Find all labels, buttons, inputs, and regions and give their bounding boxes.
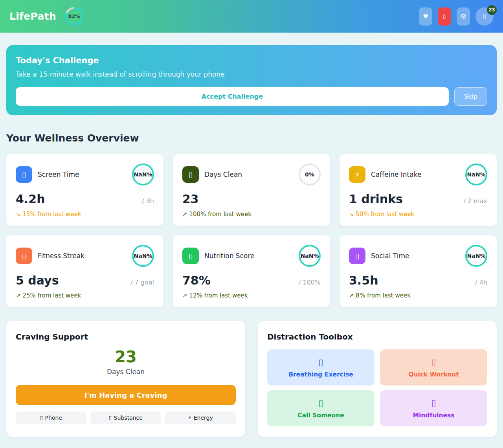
metric-progress-ring: 0% (299, 163, 321, 185)
metric-trend: ↗ 100% from last week (182, 211, 321, 218)
favorites-button[interactable]: ♥ (419, 7, 432, 26)
phone-icon: ▯ (40, 415, 43, 420)
metric-trend: ↗ 25% from last week (16, 292, 154, 299)
challenge-description: Take a 15-minute walk instead of scrolli… (16, 70, 487, 78)
alert-icon: ▯ (443, 13, 446, 19)
daily-progress-ring: 82% (65, 7, 83, 26)
screen-time-icon: ▯ (16, 166, 32, 183)
gear-icon: ⚙ (460, 12, 466, 20)
metric-progress-ring: NaN% (465, 245, 487, 267)
settings-button[interactable]: ⚙ (457, 7, 470, 26)
metric-title: Nutrition Score (204, 252, 254, 260)
metric-card-caffeine-intake: ⚡ Caffeine Intake NaN% 1 drinks / 2 max … (340, 154, 497, 226)
metric-progress-ring: NaN% (299, 245, 321, 267)
accept-challenge-button[interactable]: Accept Challenge (16, 87, 449, 106)
profile-avatar[interactable]: ▯ 23 (475, 7, 494, 26)
app-header: LifePath 82% ♥ ▯ ⚙ ▯ 23 (0, 0, 503, 33)
metric-trend: ↗ 8% from last week (349, 292, 487, 299)
breathing-exercise-icon: ▯ (318, 357, 323, 367)
challenge-actions: Accept Challenge Skip (16, 87, 487, 106)
metric-card-nutrition-score: ▯ Nutrition Score NaN% 78% / 100% ↗ 12% … (173, 235, 330, 307)
metric-value: 78% (182, 274, 211, 287)
craving-quick-button-phone[interactable]: ▯ Phone (16, 411, 86, 424)
distraction-toolbox-title: Distraction Toolbox (267, 330, 487, 342)
energy-icon: ⚡ (188, 415, 191, 420)
metric-value: 1 drinks (349, 192, 403, 206)
toolbox-tile-call-someone[interactable]: ▯ Call Someone (267, 390, 374, 426)
metric-target: / 3h (142, 197, 154, 205)
header-actions: ♥ ▯ ⚙ ▯ 23 (419, 7, 494, 26)
toolbox-tiles: ▯ Breathing Exercise ▯ Quick Workout ▯ C… (267, 349, 487, 426)
craving-quick-button-energy[interactable]: ⚡ Energy (165, 411, 236, 424)
craving-support-title: Craving Support (16, 330, 236, 342)
fitness-streak-icon: ▯ (16, 248, 32, 264)
toolbox-tile-breathing-exercise[interactable]: ▯ Breathing Exercise (267, 349, 374, 386)
craving-quick-buttons: ▯ Phone ▯ Substance ⚡ Energy (16, 411, 236, 424)
caffeine-intake-icon: ⚡ (349, 166, 365, 183)
main-content: Today's Challenge Take a 15-minute walk … (0, 45, 503, 448)
metric-target: / 7 goal (130, 279, 154, 286)
mindfulness-icon: ▯ (431, 398, 436, 408)
metric-value: 23 (182, 192, 199, 206)
craving-support-panel: Craving Support 23 Days Clean I'm Having… (6, 321, 245, 437)
metric-trend: ↘ 50% from last week (349, 211, 487, 218)
bottom-panels: Craving Support 23 Days Clean I'm Having… (6, 321, 497, 437)
call-someone-icon: ▯ (318, 398, 323, 408)
notification-badge: 23 (487, 5, 497, 15)
skip-challenge-button[interactable]: Skip (454, 87, 487, 106)
substance-icon: ▯ (109, 415, 112, 420)
metric-title: Fitness Streak (38, 252, 84, 260)
metric-target: / 4h (475, 279, 487, 286)
user-icon: ▯ (483, 13, 486, 20)
days-clean-icon: ▯ (182, 166, 199, 183)
having-craving-button[interactable]: I'm Having a Craving (16, 385, 236, 405)
metric-trend: ↘ 15% from last week (16, 211, 154, 218)
metric-value: 4.2h (16, 192, 45, 206)
metric-progress-ring: NaN% (132, 163, 154, 185)
nutrition-score-icon: ▯ (182, 248, 199, 264)
metric-title: Caffeine Intake (371, 171, 421, 178)
distraction-toolbox-panel: Distraction Toolbox ▯ Breathing Exercise… (258, 321, 497, 437)
emergency-button[interactable]: ▯ (438, 7, 451, 26)
todays-challenge-banner: Today's Challenge Take a 15-minute walk … (6, 45, 497, 115)
challenge-title: Today's Challenge (16, 56, 487, 65)
daily-progress-value: 82% (67, 9, 81, 24)
craving-quick-button-substance[interactable]: ▯ Substance (90, 411, 161, 424)
header-left: LifePath 82% (9, 7, 83, 26)
metric-progress-ring: NaN% (465, 163, 487, 185)
metric-title: Screen Time (38, 171, 79, 178)
metric-card-social-time: ▯ Social Time NaN% 3.5h / 4h ↗ 8% from l… (340, 235, 497, 307)
days-clean-label: Days Clean (16, 368, 236, 376)
heart-icon: ♥ (423, 13, 428, 20)
metric-value: 5 days (16, 274, 59, 287)
overview-cards: ▯ Screen Time NaN% 4.2h / 3h ↘ 15% from … (6, 154, 497, 307)
metric-target: / 2 max (463, 197, 487, 205)
metric-card-fitness-streak: ▯ Fitness Streak NaN% 5 days / 7 goal ↗ … (6, 235, 163, 307)
metric-card-screen-time: ▯ Screen Time NaN% 4.2h / 3h ↘ 15% from … (6, 154, 163, 226)
metric-progress-ring: NaN% (132, 245, 154, 267)
toolbox-tile-quick-workout[interactable]: ▯ Quick Workout (380, 349, 487, 386)
overview-heading: Your Wellness Overview (6, 132, 497, 144)
metric-title: Days Clean (204, 171, 242, 178)
metric-target: / 100% (299, 279, 321, 286)
metric-trend: ↗ 12% from last week (182, 292, 321, 299)
quick-workout-icon: ▯ (431, 357, 436, 367)
metric-value: 3.5h (349, 274, 378, 287)
social-time-icon: ▯ (349, 248, 365, 264)
app-logo: LifePath (9, 11, 56, 22)
days-clean-count: 23 (16, 348, 236, 366)
metric-title: Social Time (371, 252, 409, 260)
toolbox-tile-mindfulness[interactable]: ▯ Mindfulness (380, 390, 487, 426)
metric-card-days-clean: ▯ Days Clean 0% 23 ↗ 100% from last week (173, 154, 330, 226)
